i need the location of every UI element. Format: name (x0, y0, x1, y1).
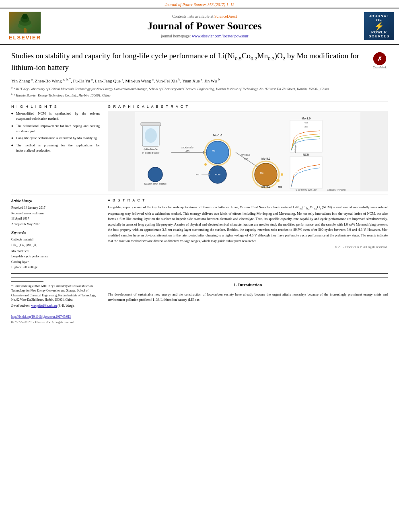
graphical-abstract-label: G R A P H I C A L A B S T R A C T (108, 105, 388, 109)
svg-rect-10 (141, 123, 161, 126)
keywords-label: Keywords: (11, 230, 100, 236)
svg-text:Mo: Mo (212, 150, 216, 152)
svg-text:moderate: moderate (181, 146, 193, 149)
bottom-section: * Corresponding author. MIIT Key Laborat… (11, 277, 388, 325)
crossmark-icon: ✗ (373, 52, 386, 65)
affiliation-b: b ᵇ Harbin Boerter Energy Technology Co.… (11, 92, 388, 98)
revised-date: Received in revised form13 April 2017 (11, 211, 100, 222)
section-divider-3 (11, 273, 388, 274)
keyword-4: Long-life cycle performance (11, 254, 100, 259)
abstract-text: Long-life property is one of the key fac… (108, 205, 388, 244)
highlight-item-3: Long life cycle performance is improved … (11, 136, 100, 141)
article-title: Studies on stability and capacity for lo… (11, 51, 368, 73)
article-title-section: Studies on stability and capacity for lo… (11, 51, 388, 73)
keywords-list: Cathode material LiNi0.5Co0.2Mn0.3O2 Mo-… (11, 237, 100, 270)
svg-point-11 (145, 128, 157, 143)
svg-point-45 (281, 173, 283, 176)
authors-line: Yin Zhang a, Zhen-Bo Wang a, b, *, Fu-Da… (11, 77, 388, 84)
intro-heading: 1. Introduction (108, 281, 388, 289)
article-content: Studies on stability and capacity for lo… (0, 45, 399, 329)
journal-title-block: Contents lists available at ScienceDirec… (49, 14, 360, 38)
accepted-date: Accepted 6 May 2017 (11, 222, 100, 227)
svg-text:Mo: Mo (278, 185, 282, 188)
svg-text:✗: ✗ (377, 56, 382, 62)
svg-text:4.0: 4.0 (304, 121, 308, 124)
svg-text:excess: excess (241, 153, 250, 156)
svg-point-14 (148, 167, 162, 182)
svg-text:NCM: NCM (303, 153, 309, 156)
svg-text:Voltage (V): Voltage (V) (294, 141, 296, 153)
doi-line: http://dx.doi.org/10.1016/j.jpowsour.201… (11, 314, 100, 319)
introduction-column: 1. Introduction The development of susta… (108, 281, 388, 325)
elsevier-text: ELSEVIER (9, 35, 41, 41)
crossmark: ✗ CrossMark (372, 52, 388, 69)
highlight-item-4: The method is promising for the applicat… (11, 143, 100, 153)
intro-text: The development of sustainable new energ… (108, 292, 388, 303)
abstract-column: A B S T R A C T Long-life property is on… (108, 198, 388, 270)
keyword-5: Coating layer (11, 259, 100, 265)
svg-text:Mo: Mo (260, 172, 264, 174)
citation-text: Journal of Power Sources 358 (2017) 1–12 (165, 2, 234, 7)
homepage-line: journal homepage: www.elsevier.com/locat… (49, 34, 360, 38)
crossmark-text: CrossMark (373, 66, 387, 69)
article-history-label: Article history: (11, 198, 100, 204)
svg-point-44 (276, 179, 280, 182)
keyword-3: Mo-modified (11, 249, 100, 254)
svg-point-42 (204, 163, 207, 166)
footnote-area: * Corresponding author. MIIT Key Laborat… (11, 281, 100, 325)
top-citation-bar: Journal of Power Sources 358 (2017) 1–12 (0, 0, 399, 8)
footnote-divider (11, 281, 43, 282)
svg-rect-8 (135, 112, 360, 191)
footnote-email: E-mail address: wangzhb@hit.edu.cn (Z.-B… (11, 304, 100, 308)
svg-point-5 (24, 28, 26, 30)
keyword-6: High cut-off voltage (11, 265, 100, 270)
homepage-url[interactable]: www.elsevier.com/locate/jpowsour (192, 34, 248, 38)
svg-text:Mo-1.0: Mo-1.0 (302, 117, 311, 120)
section-divider-2 (11, 195, 388, 195)
email-link[interactable]: wangzhb@hit.edu.cn (31, 304, 57, 308)
keyword-2: LiNi0.5Co0.2Mn0.3O2 (11, 242, 100, 249)
doi-link[interactable]: http://dx.doi.org/10.1016/j.jpowsour.201… (11, 315, 71, 318)
journal-header: ELSEVIER Contents lists available at Sci… (0, 8, 399, 45)
svg-text:in distilled water: in distilled water (142, 152, 160, 154)
keyword-1: Cathode material (11, 237, 100, 242)
article-info-column: Article history: Received 14 January 201… (11, 198, 100, 270)
science-direct-link[interactable]: ScienceDirect (214, 14, 237, 18)
highlights-column: H I G H L I G H T S Mo-modified NCM is s… (11, 105, 100, 191)
svg-point-4 (22, 14, 28, 19)
footnote-star: * Corresponding author. MIIT Key Laborat… (11, 284, 100, 302)
svg-rect-34 (290, 156, 322, 189)
svg-text:Mo-1.0: Mo-1.0 (213, 134, 222, 137)
svg-text:Mo: Mo (244, 157, 248, 160)
section-divider-1 (11, 101, 388, 101)
footnote-column: * Corresponding author. MIIT Key Laborat… (11, 281, 100, 325)
svg-text:NCM in ethyl alcohol: NCM in ethyl alcohol (144, 183, 166, 185)
abstract-label: A B S T R A C T (108, 198, 388, 202)
elsevier-logo: ELSEVIER (5, 12, 45, 41)
graphical-abstract-svg: (NH₄)₆Mo₇O₂₄ in distilled water NCM in e… (135, 112, 360, 191)
svg-text:Mo: Mo (196, 173, 200, 176)
highlights-graphical-section: H I G H L I G H T S Mo-modified NCM is s… (11, 105, 388, 191)
svg-point-27 (255, 163, 277, 186)
svg-point-43 (209, 170, 210, 171)
issn-line: 0378-7753/© 2017 Elsevier B.V. All right… (11, 320, 100, 325)
info-abstract-section: Article history: Received 14 January 201… (11, 198, 388, 270)
graphical-abstract-column: G R A P H I C A L A B S T R A C T (NH₄)₆… (108, 105, 388, 191)
svg-text:0   30   60   90  120  150: 0 30 60 90 120 150 (296, 189, 317, 191)
svg-text:3.5: 3.5 (304, 125, 308, 128)
svg-text:Mo-5.0: Mo-5.0 (261, 157, 270, 160)
highlights-label: H I G H L I G H T S (11, 105, 100, 109)
page: Journal of Power Sources 358 (2017) 1–12… (0, 0, 399, 532)
affiliation-a: a ᵃ MIIT Key Laboratory of Critical Mate… (11, 86, 388, 92)
highlight-item-2: The bifunctional improvement for both do… (11, 123, 100, 134)
graphical-abstract-image: (NH₄)₆Mo₇O₂₄ in distilled water NCM in e… (108, 111, 388, 191)
elsevier-tree-image (9, 12, 41, 34)
svg-text:Mo: Mo (185, 150, 189, 152)
svg-text:NCM: NCM (215, 173, 220, 176)
science-direct-line: Contents lists available at ScienceDirec… (49, 14, 360, 18)
svg-text:Mo-5.0: Mo-5.0 (261, 185, 270, 188)
svg-text:Capacity (mAh/g): Capacity (mAh/g) (327, 189, 346, 191)
svg-point-19 (206, 141, 229, 164)
received-date: Received 14 January 2017 (11, 205, 100, 211)
copyright-line: © 2017 Elsevier B.V. All rights reserved… (108, 245, 388, 249)
